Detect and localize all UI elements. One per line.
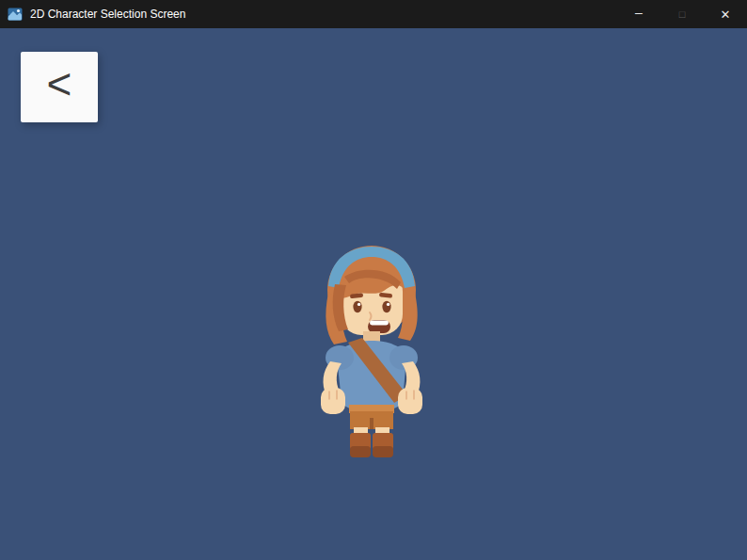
app-icon: [8, 7, 23, 22]
minimize-button[interactable]: –: [617, 0, 660, 28]
close-button[interactable]: ✕: [704, 0, 747, 28]
character-shorts: [349, 405, 394, 429]
window-controls: – □ ✕: [617, 0, 747, 28]
back-button[interactable]: <: [21, 52, 98, 122]
character-selection-screen: <: [0, 28, 747, 560]
character-boots: [350, 433, 393, 457]
maximize-button[interactable]: □: [660, 0, 704, 28]
window-title: 2D Character Selection Screen: [30, 0, 185, 28]
character-sprite[interactable]: [301, 241, 442, 463]
character-mouth: [368, 320, 390, 333]
titlebar: 2D Character Selection Screen – □ ✕: [0, 0, 747, 28]
app-window: 2D Character Selection Screen – □ ✕ <: [0, 0, 747, 560]
